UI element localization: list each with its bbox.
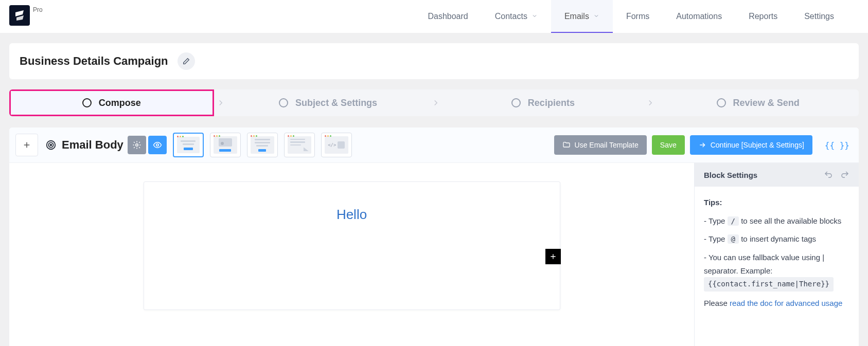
at-key-hint: @ — [728, 234, 739, 244]
app-logo[interactable] — [9, 5, 30, 26]
step-compose[interactable]: Compose — [9, 89, 214, 116]
layout-templates: </> — [173, 133, 352, 157]
save-button[interactable]: Save — [652, 135, 685, 155]
template-code-layout[interactable]: </> — [321, 133, 352, 157]
svg-point-4 — [156, 144, 159, 147]
use-email-template-button[interactable]: Use Email Template — [554, 135, 647, 155]
template-text-layout[interactable] — [173, 133, 204, 157]
canvas-area: Hello — [9, 163, 694, 346]
campaign-title: Business Details Campaign — [20, 54, 168, 68]
nav-contacts[interactable]: Contacts — [482, 0, 551, 33]
redo-icon[interactable] — [840, 170, 849, 179]
advanced-usage-doc-link[interactable]: read the doc for advanced usage — [730, 299, 842, 307]
editor-settings-button[interactable] — [128, 136, 146, 154]
chevron-right-icon — [214, 89, 227, 116]
svg-point-3 — [136, 144, 138, 147]
chevron-right-icon — [429, 89, 442, 116]
svg-point-2 — [50, 144, 52, 146]
add-block-button[interactable] — [15, 134, 38, 156]
block-settings-sidebar: Block Settings Tips: - Type / to see all… — [694, 163, 859, 346]
chevron-down-icon — [532, 12, 538, 21]
toolbar-actions: Use Email Template Save Continue [Subjec… — [554, 135, 853, 155]
insert-block-button[interactable] — [545, 249, 561, 264]
merge-tag-button[interactable]: {{ }} — [825, 140, 853, 150]
chevron-down-icon — [593, 12, 599, 21]
folder-icon — [562, 141, 571, 149]
template-article-layout[interactable] — [247, 133, 278, 157]
top-navigation: Pro Dashboard Contacts Emails Forms Auto… — [0, 0, 868, 33]
composer-panel: Email Body — [9, 128, 859, 346]
arrow-right-icon — [698, 141, 706, 149]
doc-link-row: Please read the doc for advanced usage — [704, 297, 849, 310]
continue-button[interactable]: Continue [Subject & Settings] — [690, 135, 812, 155]
wizard-stepper: Compose Subject & Settings Recipients Re… — [9, 89, 859, 116]
tips-heading: Tips: — [704, 196, 849, 209]
email-canvas[interactable]: Hello — [144, 181, 560, 310]
nav-settings[interactable]: Settings — [791, 0, 847, 33]
composer-body: Hello Block Settings Tips: — [9, 163, 859, 346]
campaign-title-bar: Business Details Campaign — [9, 43, 859, 79]
pro-badge: Pro — [33, 6, 43, 13]
nav-dashboard[interactable]: Dashboard — [414, 0, 481, 33]
preview-button[interactable] — [148, 136, 167, 154]
tip-slash: - Type / to see all the available blocks — [704, 214, 849, 228]
slash-key-hint: / — [728, 216, 739, 226]
step-review-send[interactable]: Review & Send — [657, 89, 859, 116]
template-image-layout[interactable] — [210, 133, 241, 157]
chevron-right-icon — [644, 89, 657, 116]
primary-nav: Dashboard Contacts Emails Forms Automati… — [414, 0, 868, 33]
sidebar-header: Block Settings — [695, 163, 859, 187]
tip-fallback: - You can use fallback value using | sep… — [704, 251, 849, 292]
sidebar-body: Tips: - Type / to see all the available … — [695, 187, 859, 327]
nav-reports[interactable]: Reports — [735, 0, 791, 33]
nav-automations[interactable]: Automations — [663, 0, 735, 33]
toolbar-title-group: Email Body — [45, 138, 123, 152]
nav-forms[interactable]: Forms — [613, 0, 663, 33]
undo-icon[interactable] — [824, 170, 833, 179]
template-document-layout[interactable] — [284, 133, 315, 157]
sidebar-title: Block Settings — [704, 171, 757, 179]
step-indicator-icon — [82, 98, 92, 107]
logo-area: Pro — [0, 0, 47, 26]
step-recipients[interactable]: Recipients — [442, 89, 644, 116]
step-subject-settings[interactable]: Subject & Settings — [227, 89, 429, 116]
canvas-heading-block[interactable]: Hello — [160, 207, 544, 223]
step-indicator-icon — [279, 98, 288, 107]
step-indicator-icon — [511, 98, 521, 107]
target-icon — [45, 139, 57, 151]
nav-emails[interactable]: Emails — [551, 0, 613, 33]
step-indicator-icon — [717, 98, 726, 107]
composer-toolbar: Email Body — [9, 128, 859, 163]
edit-title-button[interactable] — [178, 52, 195, 70]
tip-at: - Type @ to insert dynamic tags — [704, 232, 849, 246]
email-body-title: Email Body — [62, 138, 123, 152]
fallback-example-code: {{contact.first_name|There}} — [704, 277, 834, 292]
